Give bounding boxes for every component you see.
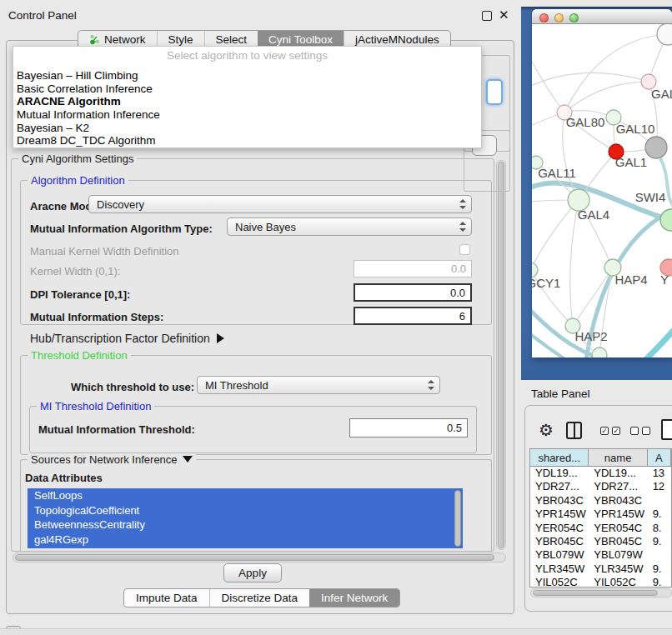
table-row[interactable]: YIL052CYIL052C9. xyxy=(530,576,671,588)
hub-section-toggle[interactable]: Hub/Transcription Factor Definition xyxy=(30,332,224,345)
algorithm-option-bayesian-hill-climbing[interactable]: Bayesian – Hill Climbing xyxy=(15,69,479,82)
checkbox-checked-icon[interactable]: ✓ xyxy=(612,427,620,435)
table-row[interactable]: YDR27...YDR27...12 xyxy=(530,480,671,493)
dpi-tolerance-field[interactable]: 0.0 xyxy=(354,283,472,302)
table-row[interactable]: YBL079WYBL079W xyxy=(530,548,671,562)
mac-zoom-icon[interactable] xyxy=(569,13,579,22)
table-row[interactable]: YBR043CYBR043C xyxy=(530,494,671,508)
table-horizontal-scrollbar[interactable] xyxy=(530,588,672,598)
table-cell: YDL19... xyxy=(589,467,647,480)
apply-button-label: Apply xyxy=(238,567,267,579)
algorithm-option-aracne-algorithm[interactable]: ARACNE Algorithm xyxy=(15,95,479,108)
mi-steps-field[interactable]: 6 xyxy=(354,307,472,325)
sources-group-title[interactable]: Sources for Network Inference xyxy=(28,453,196,466)
kernel-width-field[interactable]: 0.0 xyxy=(354,260,472,278)
network-node[interactable] xyxy=(645,137,667,158)
table-row[interactable]: YPR145WYPR145W9. xyxy=(530,508,671,521)
float-window-icon[interactable] xyxy=(482,11,492,21)
focused-spinner-fragment[interactable] xyxy=(486,79,503,105)
checkbox-checked-icon[interactable]: ✓ xyxy=(600,427,609,435)
table-cell: YIL052C xyxy=(589,576,647,588)
column-layout-icon[interactable] xyxy=(566,422,582,439)
table-row[interactable]: YER054CYER054C8. xyxy=(530,522,671,535)
manual-kernel-checkbox[interactable] xyxy=(459,244,470,255)
node-table[interactable]: shared...nameA YDL19...YDL19...13YDR27..… xyxy=(529,448,672,588)
node-label-hap2: HAP2 xyxy=(574,329,607,343)
table-cell: YER054C xyxy=(589,522,647,535)
tab-label: Select xyxy=(216,33,248,46)
table-cell: 12 xyxy=(648,480,671,493)
mi-threshold-label: Mutual Information Threshold: xyxy=(38,423,195,436)
tab-label: Cyni Toolbox xyxy=(268,33,333,46)
table-cell: YPR145W xyxy=(530,508,589,521)
bottom-tab-infer-network[interactable]: Infer Network xyxy=(309,589,399,607)
algorithm-option-basic-correlation-inference[interactable]: Basic Correlation Inference xyxy=(15,82,479,96)
network-icon xyxy=(89,34,100,45)
node-label-y: Y xyxy=(660,272,669,287)
which-threshold-value: MI Threshold xyxy=(205,379,268,392)
table-row[interactable]: YLR345WYLR345W9. xyxy=(530,562,671,576)
table-cell: YDR27... xyxy=(589,480,647,493)
hub-section-label: Hub/Transcription Factor Definition xyxy=(30,332,210,345)
mi-type-select[interactable]: Naive Bayes xyxy=(227,218,472,236)
network-window-titlebar[interactable] xyxy=(532,9,672,24)
aracne-mode-select[interactable]: Discovery xyxy=(88,195,472,213)
column-header-shared[interactable]: shared... xyxy=(530,449,589,466)
algorithm-definition-title: Algorithm Definition xyxy=(28,174,128,187)
control-panel-title: Control Panel xyxy=(8,9,77,22)
attribute-item-betweennesscentrality[interactable]: BetweennessCentrality xyxy=(28,518,463,532)
attribute-item-topologicalcoefficient[interactable]: TopologicalCoefficient xyxy=(28,503,463,518)
settings-vertical-scrollbar[interactable] xyxy=(496,160,506,550)
algorithm-option-dream8-dc-tdc-algorithm[interactable]: Dream8 DC_TDC Algorithm xyxy=(15,134,479,148)
algorithm-option-bayesian-k2[interactable]: Bayesian – K2 xyxy=(15,122,479,135)
control-panel: Control Panel ✕ NetworkStyleSelectCyni T… xyxy=(0,0,519,635)
mac-close-icon[interactable] xyxy=(539,13,549,22)
kernel-width-label: Kernel Width (0,1): xyxy=(30,265,120,278)
table-cell: YPR145W xyxy=(589,508,647,521)
algorithm-option-mutual-information-inference[interactable]: Mutual Information Inference xyxy=(15,108,479,122)
network-window: GALGAL80GAL10GAL1GAL11GAL4SWI4HAP4YGCY1H… xyxy=(532,9,672,358)
which-threshold-select[interactable]: MI Threshold xyxy=(197,376,440,394)
column-header-name[interactable]: name xyxy=(589,449,647,466)
attributes-scrollbar[interactable] xyxy=(454,490,461,547)
combo-arrows-icon xyxy=(459,222,466,232)
table-cell: 8. xyxy=(648,522,671,535)
checkbox-unchecked-icon[interactable] xyxy=(642,427,650,435)
settings-horizontal-scrollbar[interactable] xyxy=(13,552,506,562)
threshold-definition-title: Threshold Definition xyxy=(28,349,131,362)
table-cell: 9. xyxy=(648,576,671,588)
table-row[interactable]: YDL19...YDL19...13 xyxy=(530,467,671,480)
table-cell: YBR043C xyxy=(530,494,589,508)
table-row[interactable]: YBR045CYBR045C9. xyxy=(530,535,671,548)
table-cell: YBL079W xyxy=(589,548,647,562)
table-cell: YBL079W xyxy=(530,548,589,562)
apply-button[interactable]: Apply xyxy=(223,563,282,582)
column-header-a[interactable]: A xyxy=(648,449,671,466)
close-icon[interactable]: ✕ xyxy=(499,8,509,22)
table-cell xyxy=(648,548,671,562)
tab-label: Style xyxy=(168,33,193,46)
aracne-mode-value: Discovery xyxy=(97,198,144,211)
bottom-tab-discretize-data[interactable]: Discretize Data xyxy=(209,589,310,607)
data-attributes-list[interactable]: SelfLoopsTopologicalCoefficientBetweenne… xyxy=(28,488,463,548)
bottom-tabs: Impute DataDiscretize DataInfer Network xyxy=(123,588,400,608)
network-node[interactable] xyxy=(657,24,672,45)
attribute-item-gal4rgexp[interactable]: gal4RGexp xyxy=(28,532,463,548)
node-label-gal1: GAL1 xyxy=(615,155,647,169)
bottom-tab-impute-data[interactable]: Impute Data xyxy=(124,589,209,607)
mac-minimize-icon[interactable] xyxy=(554,13,564,22)
mi-threshold-field[interactable]: 0.5 xyxy=(349,418,468,438)
checkbox-unchecked-icon[interactable] xyxy=(630,427,639,435)
table-cell: YBR045C xyxy=(530,535,589,548)
network-node-swi4[interactable] xyxy=(660,209,672,231)
network-node[interactable] xyxy=(592,348,607,358)
bottom-strip xyxy=(0,628,672,635)
network-canvas[interactable]: GALGAL80GAL10GAL1GAL11GAL4SWI4HAP4YGCY1H… xyxy=(532,24,672,358)
attribute-item-selfloops[interactable]: SelfLoops xyxy=(28,488,463,503)
table-header-row: shared...nameA xyxy=(530,449,671,467)
combo-arrows-icon xyxy=(427,380,434,390)
combo-arrows-icon xyxy=(459,199,466,209)
document-icon[interactable] xyxy=(661,419,672,440)
table-cell: YBR043C xyxy=(589,494,647,508)
gear-icon[interactable]: ⚙ xyxy=(539,421,554,439)
